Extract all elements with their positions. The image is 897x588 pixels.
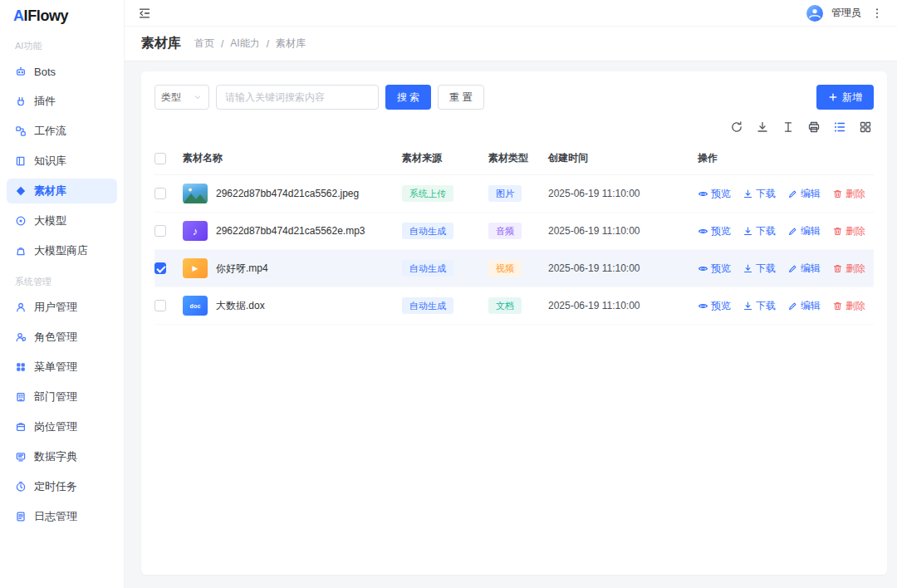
plus-icon	[828, 92, 838, 102]
breadcrumb-separator: /	[267, 38, 269, 50]
breadcrumb: 首页 / AI能力 / 素材库	[194, 37, 306, 51]
row-checkbox[interactable]	[154, 300, 166, 311]
edit-icon	[787, 301, 798, 311]
sidebar-item-position-management[interactable]: 岗位管理	[7, 414, 117, 439]
download-link[interactable]: 下载	[743, 187, 776, 201]
sidebar-item-label: 菜单管理	[34, 360, 77, 375]
plugin-icon	[15, 96, 27, 107]
download-link[interactable]: 下载	[743, 262, 776, 276]
row-checkbox[interactable]	[154, 225, 166, 237]
user-name[interactable]: 管理员	[831, 6, 861, 20]
source-tag: 自动生成	[402, 297, 453, 314]
sidebar-item-bots[interactable]: Bots	[7, 59, 117, 84]
sidebar-item-log-management[interactable]: 日志管理	[7, 504, 117, 529]
type-tag: 视频	[488, 260, 522, 277]
row-checkbox[interactable]	[154, 188, 166, 199]
header-material-type: 素材类型	[488, 151, 548, 165]
large-model-icon	[15, 215, 27, 227]
edit-link[interactable]: 编辑	[787, 299, 821, 313]
type-select[interactable]: 类型	[154, 85, 209, 110]
avatar[interactable]	[806, 4, 824, 22]
materials-table: 素材名称 素材来源 素材类型 创建时间 操作 29622d87bb474d21c…	[154, 142, 874, 561]
topbar: 管理员	[125, 0, 897, 27]
delete-link[interactable]: 删除	[832, 299, 865, 313]
select-all-checkbox[interactable]	[154, 153, 166, 164]
sidebar-item-label: 大模型	[34, 213, 66, 228]
preview-link[interactable]: 预览	[698, 224, 731, 238]
edit-link[interactable]: 编辑	[787, 224, 821, 238]
filter-row: 类型 搜 索 重 置 新增	[154, 85, 874, 110]
sidebar-item-user-management[interactable]: 用户管理	[7, 295, 117, 320]
sidebar-item-label: Bots	[34, 66, 56, 78]
play-icon: ▶	[193, 264, 199, 272]
main-area: 管理员 素材库 首页 / AI能力 / 素材库 类型	[125, 0, 897, 588]
sidebar-item-label: 部门管理	[34, 390, 77, 404]
preview-link[interactable]: 预览	[698, 187, 731, 201]
brand-logo[interactable]: AIFlowy	[0, 2, 124, 30]
sidebar-collapse-button[interactable]	[136, 5, 153, 22]
header-actions: 操作	[698, 151, 874, 165]
download-icon	[743, 189, 753, 199]
add-button[interactable]: 新增	[816, 85, 874, 110]
sidebar-item-role-management[interactable]: 角色管理	[7, 325, 117, 350]
content-area: 类型 搜 索 重 置 新增	[125, 61, 897, 588]
edit-link[interactable]: 编辑	[787, 187, 821, 201]
sidebar-item-label: 插件	[34, 94, 56, 109]
app-window: AIFlowy AI功能 Bots 插件 工作流 知识库 素材库 大模型	[0, 0, 897, 588]
sidebar-item-data-dictionary[interactable]: 数据字典	[7, 444, 117, 469]
sidebar-item-menu-management[interactable]: 菜单管理	[7, 355, 117, 380]
delete-link[interactable]: 删除	[832, 262, 865, 276]
sidebar-item-material-library[interactable]: 素材库	[7, 179, 117, 203]
material-library-card: 类型 搜 索 重 置 新增	[141, 71, 887, 575]
download-link[interactable]: 下载	[743, 299, 776, 313]
sidebar-item-label: 大模型商店	[34, 243, 88, 258]
created-time: 2025-06-19 11:10:00	[548, 300, 698, 311]
knowledge-base-icon	[15, 155, 27, 167]
sidebar-item-label: 素材库	[34, 184, 66, 198]
sidebar-item-model-store[interactable]: 大模型商店	[7, 238, 117, 263]
row-height-button[interactable]	[782, 120, 795, 134]
preview-link[interactable]: 预览	[698, 299, 731, 313]
sidebar-item-label: 日志管理	[34, 509, 77, 524]
breadcrumb-home[interactable]: 首页	[194, 37, 214, 51]
chevron-down-icon	[193, 92, 203, 102]
sidebar-item-large-model[interactable]: 大模型	[7, 208, 117, 233]
breadcrumb-ai-capability[interactable]: AI能力	[230, 37, 259, 51]
page-header: 素材库 首页 / AI能力 / 素材库	[125, 27, 897, 61]
fold-icon	[138, 7, 151, 20]
sidebar-item-label: 知识库	[34, 154, 66, 169]
delete-link[interactable]: 删除	[832, 224, 865, 238]
type-tag: 文档	[488, 297, 522, 314]
edit-link[interactable]: 编辑	[787, 262, 821, 276]
material-name: 29622d87bb474d21ca5562.jpeg	[216, 188, 359, 199]
export-download-button[interactable]	[756, 120, 769, 134]
table-row: ▶ 你好呀.mp4 自动生成 视频 2025-06-19 11:10:00 预览…	[154, 250, 874, 287]
sidebar-item-workflow[interactable]: 工作流	[7, 119, 117, 144]
more-menu-button[interactable]	[869, 5, 885, 22]
keyword-search-input[interactable]	[216, 85, 379, 110]
sidebar-item-scheduled-tasks[interactable]: 定时任务	[7, 474, 117, 499]
print-button[interactable]	[807, 120, 821, 134]
sidebar-item-knowledge-base[interactable]: 知识库	[7, 149, 117, 174]
reset-button[interactable]: 重 置	[438, 85, 483, 110]
edit-icon	[787, 226, 798, 237]
grid-view-button[interactable]	[859, 120, 872, 134]
preview-link[interactable]: 预览	[698, 262, 731, 276]
list-view-icon	[833, 120, 846, 134]
created-time: 2025-06-19 11:10:00	[548, 225, 698, 237]
row-checkbox[interactable]	[154, 262, 166, 274]
search-button[interactable]: 搜 索	[385, 85, 431, 110]
sidebar-section-system: 系统管理	[0, 266, 124, 292]
sidebar-item-plugins[interactable]: 插件	[7, 89, 117, 114]
printer-icon	[807, 120, 821, 134]
refresh-button[interactable]	[730, 120, 743, 134]
trash-icon	[832, 189, 843, 199]
delete-link[interactable]: 删除	[832, 187, 865, 201]
download-link[interactable]: 下载	[743, 224, 776, 238]
list-view-button[interactable]	[833, 120, 846, 134]
material-name: 你好呀.mp4	[216, 262, 268, 276]
source-tag: 自动生成	[402, 223, 453, 239]
sidebar-item-department-management[interactable]: 部门管理	[7, 385, 117, 409]
page-title: 素材库	[141, 35, 181, 52]
sidebar: AIFlowy AI功能 Bots 插件 工作流 知识库 素材库 大模型	[0, 0, 125, 588]
